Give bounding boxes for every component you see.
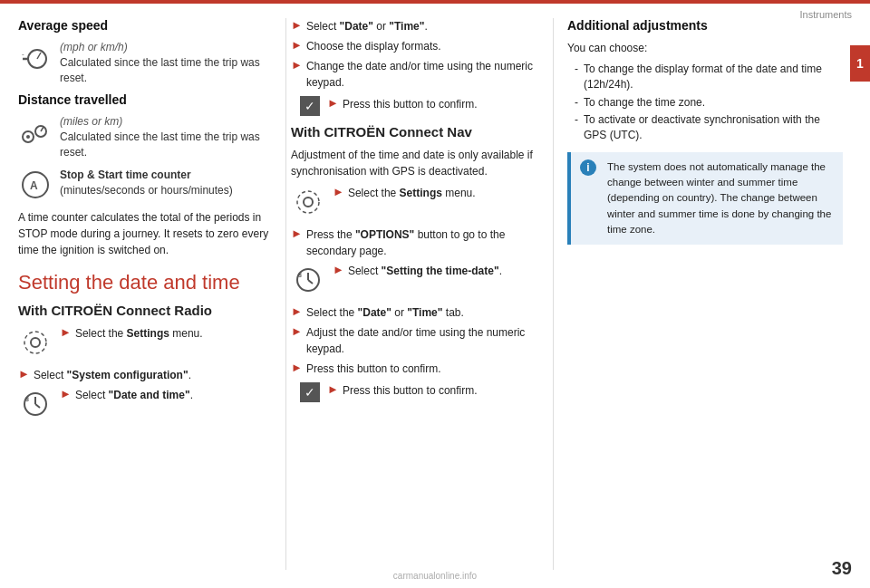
- left-column: Average speed - (mph or km/h) Calculated…: [18, 18, 285, 570]
- speed-icon: -: [18, 40, 53, 74]
- adjustments-list: - To change the display format of the da…: [575, 62, 843, 143]
- svg-line-20: [308, 280, 313, 284]
- stop-start-text: Stop & Start time counter (minutes/secon…: [60, 168, 233, 198]
- adjustment-text-1: To change the display format of the date…: [584, 62, 843, 92]
- stop-start-icon: A: [18, 168, 53, 202]
- arrow-icon-m2: ►: [291, 38, 303, 52]
- radio-step1-row: ► Select the Settings menu.: [18, 325, 272, 360]
- avg-speed-text: (mph or km/h) Calculated since the last …: [60, 40, 272, 85]
- radio-step2-text: Select "System configuration".: [34, 367, 191, 383]
- avg-speed-desc: Calculated since the last time the trip …: [60, 55, 272, 86]
- confirm1-label: Press this button to confirm.: [343, 96, 478, 112]
- mid-step1-text: Select "Date" or "Time".: [306, 18, 428, 34]
- avg-speed-title: Average speed: [18, 18, 272, 33]
- distance-text: (miles or km) Calculated since the last …: [60, 114, 272, 159]
- nav-step2-text: Press the "OPTIONS" button to go to the …: [306, 227, 539, 259]
- nav-step1-text: ► Select the Settings menu.: [333, 185, 476, 201]
- checkmark-icon-1: ✓: [300, 96, 320, 116]
- dash-1: -: [575, 62, 578, 77]
- mid-step3-text: Change the date and/or time using the nu…: [306, 58, 539, 91]
- connect-radio-title: With CITROËN Connect Radio: [18, 302, 272, 320]
- svg-text:A: A: [30, 179, 38, 192]
- additional-intro: You can choose:: [567, 40, 843, 56]
- dash-2: -: [575, 95, 578, 111]
- chapter-tab: 1: [850, 45, 870, 82]
- nav-step3-text: ► Select "Setting the time-date".: [333, 263, 502, 279]
- connect-nav-body: Adjustment of the time and date is only …: [291, 147, 539, 179]
- confirm-row-2: ✓ ► Press this button to confirm.: [300, 382, 539, 402]
- watermark: carmanualonline.info: [393, 571, 477, 581]
- checkmark-icon-2: ✓: [300, 382, 320, 402]
- stop-start-label: (minutes/seconds or hours/minutes): [60, 183, 233, 198]
- avg-speed-item: - (mph or km/h) Calculated since the las…: [18, 40, 272, 85]
- svg-text:8: 8: [298, 272, 302, 278]
- nav-step5: ► Adjust the date and/or time using the …: [291, 324, 539, 357]
- svg-text:-: -: [22, 50, 24, 58]
- svg-line-14: [35, 404, 40, 408]
- svg-point-17: [297, 191, 319, 213]
- page-number: 39: [832, 558, 852, 579]
- nav-clock-icon: 8: [291, 263, 325, 297]
- nav-step6: ► Press this button to confirm.: [291, 361, 539, 377]
- svg-point-11: [24, 332, 46, 353]
- arrow-icon-m3: ►: [291, 58, 303, 72]
- arrow-icon-1: ►: [60, 325, 72, 339]
- radio-step1-text: ► Select the Settings menu.: [60, 325, 203, 342]
- nav-step6-text: Press this button to confirm.: [306, 361, 441, 377]
- adjustment-item-1: - To change the display format of the da…: [575, 62, 843, 92]
- nav-step1-row: ► Select the Settings menu.: [291, 185, 539, 219]
- info-box: i The system does not automatically mana…: [567, 152, 843, 245]
- svg-point-10: [31, 338, 40, 347]
- stop-start-item: A Stop & Start time counter (minutes/sec…: [18, 168, 272, 202]
- distance-label: (miles or km): [60, 114, 272, 130]
- arrow-icon-n2: ►: [291, 227, 303, 240]
- mid-step1: ► Select "Date" or "Time".: [291, 18, 539, 34]
- svg-line-2: [37, 53, 41, 59]
- arrow-icon-2: ►: [18, 367, 30, 381]
- adjustment-text-3: To activate or deactivate synchronisatio…: [584, 112, 843, 143]
- arrow-icon-c1: ►: [327, 96, 339, 110]
- svg-point-5: [26, 135, 30, 139]
- radio-step2: ► Select "System configuration".: [18, 367, 272, 383]
- adjustment-text-2: To change the time zone.: [584, 95, 705, 111]
- nav-step5-text: Adjust the date and/or time using the nu…: [306, 324, 539, 357]
- svg-text:8: 8: [25, 396, 29, 402]
- distance-desc: Calculated since the last time the trip …: [60, 130, 272, 160]
- right-column: Additional adjustments You can choose: -…: [553, 18, 843, 570]
- arrow-icon-n6: ►: [291, 361, 303, 374]
- nav-step1-label: Select the Settings menu.: [348, 185, 476, 201]
- info-icon: i: [580, 159, 596, 176]
- info-box-text: The system does not automatically manage…: [607, 159, 834, 237]
- svg-point-16: [304, 198, 313, 207]
- distance-item: (miles or km) Calculated since the last …: [18, 114, 272, 159]
- mid-step2-text: Choose the display formats.: [306, 38, 441, 54]
- dash-3: -: [575, 112, 578, 128]
- mid-column: ► Select "Date" or "Time". ► Choose the …: [285, 18, 553, 570]
- radio-step3-text: ► Select "Date and time".: [60, 387, 193, 403]
- distance-title: Distance travelled: [18, 92, 272, 107]
- top-bar: [0, 0, 870, 4]
- confirm1-text: ► Press this button to confirm.: [327, 96, 478, 112]
- distance-icon: [18, 114, 53, 149]
- additional-title: Additional adjustments: [567, 18, 843, 33]
- settings-icon: [18, 325, 53, 360]
- nav-settings-icon: [291, 185, 325, 219]
- arrow-icon-3: ►: [60, 387, 72, 400]
- connect-nav-title: With CITROËN Connect Nav: [291, 123, 539, 141]
- main-content: Average speed - (mph or km/h) Calculated…: [18, 18, 843, 570]
- confirm2-label: Press this button to confirm.: [343, 382, 478, 399]
- mid-step3: ► Change the date and/or time using the …: [291, 58, 539, 91]
- adjustment-item-2: - To change the time zone.: [575, 95, 843, 111]
- radio-step1-label: Select the Settings menu.: [75, 325, 203, 342]
- arrow-icon-m1: ►: [291, 18, 303, 32]
- nav-step4: ► Select the "Date" or "Time" tab.: [291, 304, 539, 321]
- chapter-number: 1: [856, 56, 864, 71]
- arrow-icon-n4: ►: [291, 304, 303, 318]
- confirm-row-1: ✓ ► Press this button to confirm.: [300, 96, 539, 116]
- arrow-icon-n5: ►: [291, 324, 303, 338]
- stop-start-title: Stop & Start time counter: [60, 168, 233, 183]
- avg-speed-label: (mph or km/h): [60, 40, 272, 55]
- svg-line-7: [41, 127, 44, 131]
- info-box-inner: i The system does not automatically mana…: [580, 159, 834, 237]
- adjustment-item-3: - To activate or deactivate synchronisat…: [575, 112, 843, 143]
